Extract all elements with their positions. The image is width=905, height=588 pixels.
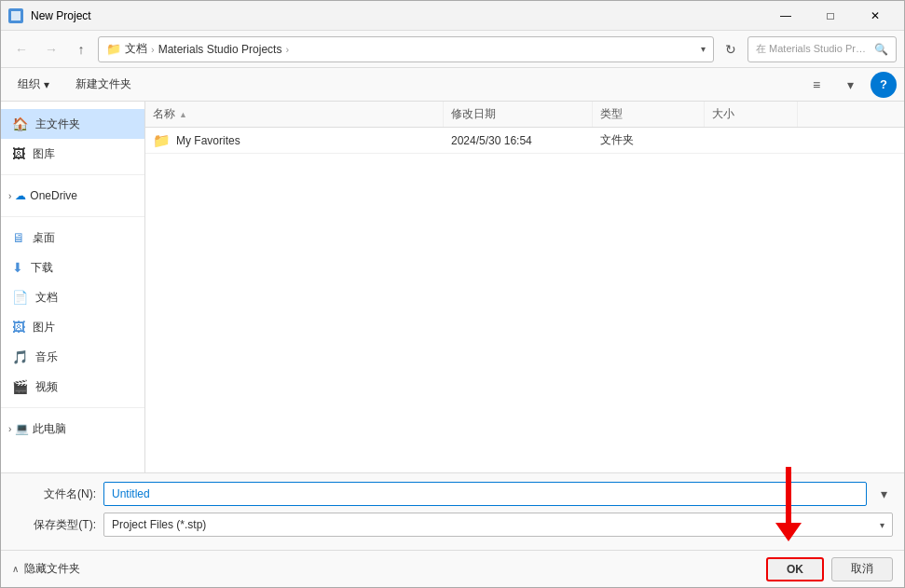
desktop-icon: 🖥 <box>12 230 25 245</box>
back-button[interactable]: ← <box>8 36 34 62</box>
minimize-button[interactable]: — <box>764 1 807 31</box>
sidebar-divider-3 <box>1 407 144 408</box>
file-date-cell: 2024/5/30 16:54 <box>444 134 593 147</box>
organize-button[interactable]: 组织 ▾ <box>8 72 59 98</box>
sidebar-divider-2 <box>1 216 144 217</box>
refresh-button[interactable]: ↻ <box>718 36 744 62</box>
sidebar-main-folder-label: 主文件夹 <box>35 116 80 132</box>
filename-dropdown-button[interactable]: ▾ <box>874 481 893 507</box>
col-type-label: 类型 <box>600 106 623 122</box>
file-list: 名称 ▲ 修改日期 类型 大小 📁 My Favorites <box>145 102 904 472</box>
sidebar-item-music[interactable]: 🎵 音乐 ★ <box>1 342 144 372</box>
address-path[interactable]: 📁 文档 › Materials Studio Projects › ▾ <box>98 36 714 62</box>
col-header-size[interactable]: 大小 <box>705 102 798 127</box>
path-sep-1: › <box>151 44 155 55</box>
hide-folder-expand-icon: ∧ <box>12 564 19 574</box>
bottom-area: 文件名(N): ▾ 保存类型(T): Project Files (*.stp)… <box>1 472 904 550</box>
path-part-1: 文档 <box>125 41 147 57</box>
sidebar-pc-label: 此电脑 <box>33 421 66 437</box>
music-icon: 🎵 <box>12 349 28 364</box>
view-chevron-button[interactable]: ▾ <box>837 72 863 98</box>
window-controls: — □ ✕ <box>764 1 897 31</box>
dialog-title: New Project <box>31 9 764 22</box>
path-dropdown-icon[interactable]: ▾ <box>701 44 706 54</box>
forward-button[interactable]: → <box>38 36 64 62</box>
new-folder-button[interactable]: 新建文件夹 <box>66 72 141 98</box>
home-icon: 🏠 <box>12 116 28 131</box>
hide-folder-label: 隐藏文件夹 <box>24 561 80 577</box>
file-name-cell: 📁 My Favorites <box>145 132 444 149</box>
documents-icon: 📄 <box>12 290 28 305</box>
sidebar-pc-section[interactable]: › 💻 此电脑 <box>1 414 144 444</box>
new-project-dialog: New Project — □ ✕ ← → ↑ 📁 文档 › Materials… <box>0 0 905 588</box>
cancel-button[interactable]: 取消 <box>831 557 893 581</box>
filetype-label: 保存类型(T): <box>12 517 96 533</box>
path-sep-2: › <box>285 44 289 55</box>
arrow-shaft <box>786 467 791 523</box>
sidebar-item-main-folder[interactable]: 🏠 主文件夹 <box>1 109 144 139</box>
footer-buttons: OK 取消 <box>766 557 893 581</box>
pictures-icon: 🖼 <box>12 320 25 335</box>
sidebar-onedrive-label: OneDrive <box>30 189 77 202</box>
app-icon <box>8 8 23 23</box>
new-folder-label: 新建文件夹 <box>75 76 131 92</box>
red-arrow-indicator <box>775 467 802 541</box>
search-box[interactable]: 在 Materials Studio Proje... 🔍 <box>747 36 897 62</box>
sidebar-item-documents[interactable]: 📄 文档 ★ <box>1 282 144 312</box>
pc-expand-icon: › <box>8 424 11 434</box>
col-size-label: 大小 <box>712 106 734 122</box>
hide-folder-toggle[interactable]: ∧ 隐藏文件夹 <box>12 561 80 577</box>
organize-label: 组织 <box>18 76 40 92</box>
sidebar-item-pictures[interactable]: 🖼 图片 ★ <box>1 312 144 342</box>
path-folder-icon: 📁 <box>106 42 121 56</box>
help-button[interactable]: ? <box>871 72 897 98</box>
ok-button[interactable]: OK <box>766 557 824 581</box>
sidebar-item-downloads[interactable]: ⬇ 下载 ★ <box>1 253 144 282</box>
sidebar-downloads-label: 下载 <box>31 260 53 276</box>
sidebar-item-videos[interactable]: 🎬 视频 ★ <box>1 372 144 402</box>
file-type: 文件夹 <box>600 132 634 148</box>
filetype-dropdown-arrow: ▾ <box>880 520 884 530</box>
close-button[interactable]: ✕ <box>854 1 897 31</box>
col-name-label: 名称 <box>153 106 175 122</box>
title-bar: New Project — □ ✕ <box>1 1 904 31</box>
onedrive-icon: ☁ <box>15 189 26 202</box>
sidebar-desktop-label: 桌面 <box>33 230 55 246</box>
gallery-icon: 🖼 <box>12 146 25 161</box>
file-list-header: 名称 ▲ 修改日期 类型 大小 <box>145 102 904 128</box>
onedrive-expand-icon: › <box>8 191 11 201</box>
file-row-my-favorites[interactable]: 📁 My Favorites 2024/5/30 16:54 文件夹 <box>145 128 904 154</box>
organize-dropdown-icon: ▾ <box>44 78 49 91</box>
file-type-cell: 文件夹 <box>593 132 705 148</box>
col-header-type[interactable]: 类型 <box>593 102 705 127</box>
footer: ∧ 隐藏文件夹 OK 取消 <box>1 550 904 587</box>
videos-icon: 🎬 <box>12 379 28 394</box>
col-header-name[interactable]: 名称 ▲ <box>145 102 444 127</box>
search-placeholder: 在 Materials Studio Proje... <box>756 42 871 56</box>
up-button[interactable]: ↑ <box>68 36 94 62</box>
filename-input[interactable] <box>103 482 867 506</box>
col-header-date[interactable]: 修改日期 <box>444 102 593 127</box>
folder-icon: 📁 <box>153 132 171 149</box>
maximize-button[interactable]: □ <box>809 1 852 31</box>
col-date-label: 修改日期 <box>451 106 496 122</box>
main-area: 🏠 主文件夹 🖼 图库 › ☁ OneDrive 🖥 桌面 ★ ⬇ 下载 <box>1 102 904 472</box>
file-date: 2024/5/30 16:54 <box>451 134 532 147</box>
view-options-button[interactable]: ≡ <box>803 72 830 98</box>
filename-row: 文件名(N): ▾ <box>12 481 893 507</box>
sidebar-divider-1 <box>1 174 144 175</box>
search-icon: 🔍 <box>874 43 888 56</box>
pc-icon: 💻 <box>15 422 29 435</box>
filetype-value: Project Files (*.stp) <box>112 518 206 531</box>
sidebar-videos-label: 视频 <box>35 379 58 395</box>
filetype-dropdown[interactable]: Project Files (*.stp) ▾ <box>103 513 893 537</box>
sidebar-item-desktop[interactable]: 🖥 桌面 ★ <box>1 223 144 253</box>
sidebar-music-label: 音乐 <box>35 349 58 365</box>
path-part-2: Materials Studio Projects <box>158 43 282 56</box>
filetype-row: 保存类型(T): Project Files (*.stp) ▾ <box>12 513 893 537</box>
file-name: My Favorites <box>176 134 240 147</box>
sidebar-item-gallery[interactable]: 🖼 图库 <box>1 139 144 169</box>
sidebar-documents-label: 文档 <box>35 290 58 306</box>
toolbar: 组织 ▾ 新建文件夹 ≡ ▾ ? <box>1 68 904 102</box>
sidebar-onedrive-section[interactable]: › ☁ OneDrive <box>1 181 144 211</box>
